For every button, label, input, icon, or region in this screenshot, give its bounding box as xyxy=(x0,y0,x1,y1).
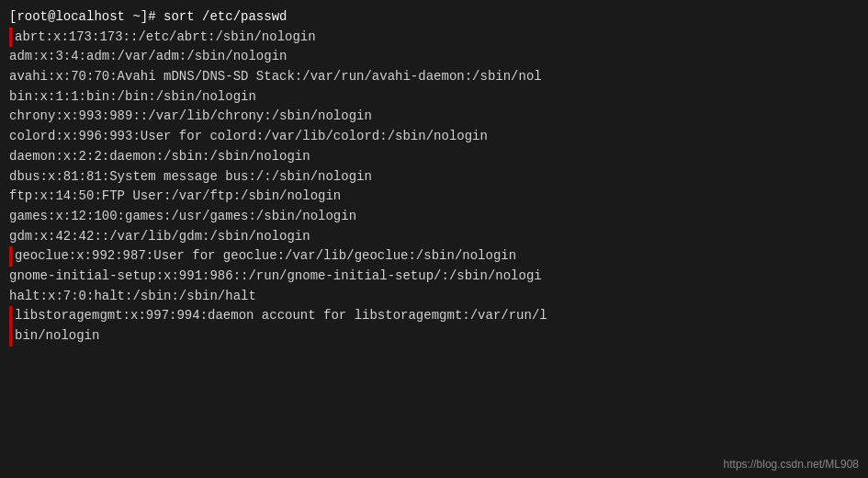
terminal-line: dbus:x:81:81:System message bus:/:/sbin/… xyxy=(9,167,859,188)
terminal-window: [root@localhost ~]# sort /etc/passwd abr… xyxy=(0,0,868,478)
red-bar-indicator xyxy=(9,28,12,48)
line-text: libstoragemgmt:x:997:994:daemon account … xyxy=(9,306,859,326)
terminal-content: [root@localhost ~]# sort /etc/passwd abr… xyxy=(9,7,859,347)
terminal-line: bin:x:1:1:bin:/bin:/sbin/nologin xyxy=(9,87,859,108)
line-text: daemon:x:2:2:daemon:/sbin:/sbin/nologin xyxy=(9,147,859,167)
terminal-line: libstoragemgmt:x:997:994:daemon account … xyxy=(9,306,859,326)
red-bar-indicator xyxy=(9,306,12,326)
red-bar-indicator xyxy=(9,246,12,267)
line-text: gnome-initial-setup:x:991:986::/run/gnom… xyxy=(9,267,859,287)
watermark: https://blog.csdn.net/ML908 xyxy=(724,458,859,471)
red-bar-indicator xyxy=(9,326,12,347)
command-line: [root@localhost ~]# sort /etc/passwd xyxy=(9,7,859,28)
terminal-line: halt:x:7:0:halt:/sbin:/sbin/halt xyxy=(9,287,859,307)
line-text: abrt:x:173:173::/etc/abrt:/sbin/nologin xyxy=(9,28,859,48)
terminal-line: bin/nologin xyxy=(9,326,859,347)
terminal-line: abrt:x:173:173::/etc/abrt:/sbin/nologin xyxy=(9,28,859,48)
terminal-line: ftp:x:14:50:FTP User:/var/ftp:/sbin/nolo… xyxy=(9,187,859,207)
line-text: avahi:x:70:70:Avahi mDNS/DNS-SD Stack:/v… xyxy=(9,67,859,87)
line-text: ftp:x:14:50:FTP User:/var/ftp:/sbin/nolo… xyxy=(9,187,859,207)
line-text: adm:x:3:4:adm:/var/adm:/sbin/nologin xyxy=(9,47,859,67)
line-text: chrony:x:993:989::/var/lib/chrony:/sbin/… xyxy=(9,107,859,127)
line-text: gdm:x:42:42::/var/lib/gdm:/sbin/nologin xyxy=(9,227,859,247)
terminal-line: gdm:x:42:42::/var/lib/gdm:/sbin/nologin xyxy=(9,227,859,247)
terminal-line: chrony:x:993:989::/var/lib/chrony:/sbin/… xyxy=(9,107,859,127)
line-text: dbus:x:81:81:System message bus:/:/sbin/… xyxy=(9,167,859,188)
line-text: games:x:12:100:games:/usr/games:/sbin/no… xyxy=(9,207,859,227)
terminal-line: geoclue:x:992:987:User for geoclue:/var/… xyxy=(9,246,859,267)
terminal-line: colord:x:996:993:User for colord:/var/li… xyxy=(9,127,859,147)
output-lines: abrt:x:173:173::/etc/abrt:/sbin/nologina… xyxy=(9,28,859,347)
terminal-line: games:x:12:100:games:/usr/games:/sbin/no… xyxy=(9,207,859,227)
line-text: geoclue:x:992:987:User for geoclue:/var/… xyxy=(9,246,859,267)
terminal-line: gnome-initial-setup:x:991:986::/run/gnom… xyxy=(9,267,859,287)
line-text: bin/nologin xyxy=(9,326,859,347)
terminal-line: daemon:x:2:2:daemon:/sbin:/sbin/nologin xyxy=(9,147,859,167)
line-text: colord:x:996:993:User for colord:/var/li… xyxy=(9,127,859,147)
terminal-line: adm:x:3:4:adm:/var/adm:/sbin/nologin xyxy=(9,47,859,67)
line-text: bin:x:1:1:bin:/bin:/sbin/nologin xyxy=(9,87,859,108)
terminal-line: avahi:x:70:70:Avahi mDNS/DNS-SD Stack:/v… xyxy=(9,67,859,87)
line-text: halt:x:7:0:halt:/sbin:/sbin/halt xyxy=(9,287,859,307)
